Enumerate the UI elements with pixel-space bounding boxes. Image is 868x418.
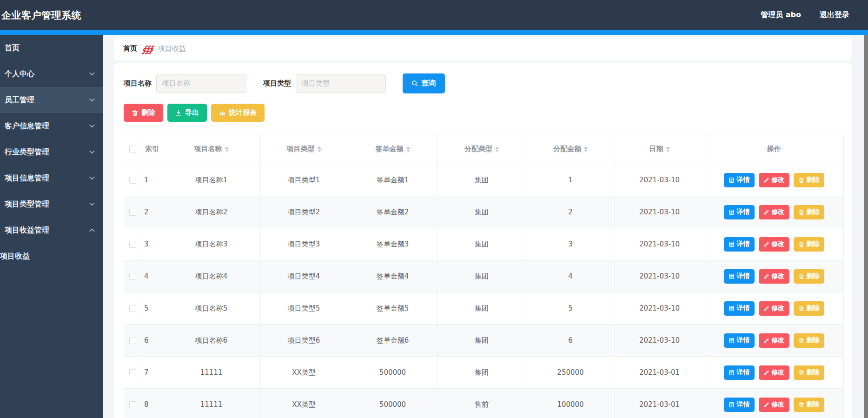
toolbar-download-button[interactable]: 导出 — [167, 104, 207, 122]
row-edit-button[interactable]: 修改 — [759, 237, 789, 252]
edit-icon — [763, 241, 769, 247]
cell-date: 2021-03-01 — [615, 357, 704, 389]
trash-icon — [798, 209, 804, 215]
column-header-type[interactable]: 项目类型 — [260, 134, 348, 164]
row-detail-button[interactable]: 详情 — [724, 365, 755, 380]
row-edit-button[interactable]: 修改 — [759, 269, 789, 284]
row-delete-button[interactable]: 删除 — [794, 398, 824, 412]
cell-alloc_type: 集团 — [437, 325, 526, 357]
column-header-index: 索引 — [141, 134, 163, 164]
chevron-down-icon — [89, 72, 95, 76]
sort-carets-icon[interactable] — [318, 146, 321, 152]
row-edit-button[interactable]: 修改 — [759, 333, 789, 348]
row-detail-button[interactable]: 详情 — [724, 269, 755, 284]
row-delete-button[interactable]: 删除 — [794, 237, 824, 252]
cell-name: 项目名称4 — [163, 260, 260, 292]
cell-amount: 签单金额1 — [348, 164, 437, 196]
table-row: 1项目名称1项目类型1签单金额1集团12021-03-10详情修改删除 — [124, 164, 844, 196]
row-edit-button[interactable]: 修改 — [759, 398, 789, 412]
row-delete-button[interactable]: 删除 — [794, 365, 824, 380]
sidebar-item-label: 员工管理 — [5, 95, 34, 105]
cell-type: 项目类型4 — [260, 260, 348, 292]
sidebar-item-6[interactable]: 项目类型管理 — [0, 191, 103, 217]
sidebar-item-8[interactable]: 项目收益 — [0, 243, 103, 269]
sort-carets-icon[interactable] — [406, 146, 410, 152]
row-detail-button[interactable]: 详情 — [724, 398, 755, 412]
current-user[interactable]: 管理员 abo — [761, 10, 801, 20]
row-detail-button[interactable]: 详情 — [724, 173, 755, 187]
toolbar-chart-button[interactable]: 统计报表 — [211, 104, 265, 122]
sidebar-item-label: 个人中心 — [5, 69, 34, 79]
cell-index: 4 — [141, 260, 163, 292]
column-header-name[interactable]: 项目名称 — [163, 134, 260, 164]
edit-icon — [763, 305, 769, 312]
row-checkbox[interactable] — [129, 337, 136, 344]
logout-link[interactable]: 退出登录 — [820, 10, 849, 20]
search-button[interactable]: 查询 — [403, 73, 445, 93]
cell-type: 项目类型6 — [260, 325, 348, 357]
column-header-alloc_amount[interactable]: 分配金额 — [526, 134, 615, 164]
row-checkbox[interactable] — [129, 241, 136, 248]
row-detail-button[interactable]: 详情 — [724, 301, 755, 316]
sidebar-item-4[interactable]: 行业类型管理 — [0, 139, 103, 165]
toolbar-trash-button[interactable]: 删除 — [124, 104, 163, 122]
row-delete-button[interactable]: 删除 — [794, 301, 824, 316]
cell-type: 项目类型5 — [260, 292, 348, 325]
sidebar-item-0[interactable]: 首页 — [0, 35, 103, 61]
cell-amount: 500000 — [348, 389, 437, 418]
sort-carets-icon[interactable] — [225, 146, 229, 152]
row-edit-button[interactable]: 修改 — [759, 301, 789, 316]
cell-date: 2021-03-10 — [615, 164, 704, 196]
cell-amount: 500000 — [348, 357, 437, 389]
row-detail-button[interactable]: 详情 — [724, 205, 755, 219]
column-header-date[interactable]: 日期 — [615, 134, 704, 164]
row-checkbox[interactable] — [129, 369, 136, 376]
select-all-checkbox[interactable] — [129, 146, 136, 153]
row-detail-button[interactable]: 详情 — [724, 333, 755, 348]
doc-icon — [729, 370, 735, 376]
edit-icon — [763, 209, 769, 215]
sort-carets-icon[interactable] — [666, 146, 670, 152]
cell-date: 2021-03-10 — [615, 292, 704, 325]
column-header-ops: 操作 — [704, 134, 844, 164]
row-detail-button[interactable]: 详情 — [724, 237, 755, 252]
sidebar-item-2[interactable]: 员工管理 — [0, 87, 103, 113]
project-type-input[interactable] — [296, 74, 386, 93]
row-checkbox[interactable] — [129, 401, 136, 408]
row-delete-button[interactable]: 删除 — [794, 205, 824, 219]
row-checkbox[interactable] — [129, 177, 136, 184]
sidebar-item-label: 项目信息管理 — [5, 173, 49, 183]
project-name-input[interactable] — [156, 74, 246, 93]
cell-index: 1 — [141, 164, 163, 196]
sidebar-item-7[interactable]: 项目收益管理 — [0, 217, 103, 243]
table-row: 6项目名称6项目类型6签单金额6集团62021-03-10详情修改删除 — [124, 325, 844, 357]
column-header-alloc_type[interactable]: 分配类型 — [437, 134, 526, 164]
sidebar-item-label: 项目类型管理 — [5, 199, 49, 209]
app-title: 企业客户管理系统 — [1, 9, 81, 22]
row-edit-button[interactable]: 修改 — [759, 173, 789, 187]
cell-date: 2021-03-10 — [615, 260, 704, 292]
row-checkbox[interactable] — [129, 305, 136, 312]
row-edit-button[interactable]: 修改 — [759, 205, 789, 219]
column-header-amount[interactable]: 签单金额 — [348, 134, 437, 164]
row-edit-button[interactable]: 修改 — [759, 365, 789, 380]
doc-icon — [729, 209, 735, 215]
cell-alloc_type: 集团 — [437, 228, 526, 260]
trash-icon — [798, 273, 804, 279]
breadcrumb-home[interactable]: 首页 — [123, 44, 137, 53]
main-content: 首页 ∰ 项目收益 项目名称 项目类型 查询 删除导出统计报表 — [103, 35, 868, 418]
row-delete-button[interactable]: 删除 — [794, 173, 824, 187]
row-checkbox[interactable] — [129, 209, 136, 216]
sort-carets-icon[interactable] — [495, 146, 499, 152]
cell-name: 项目名称6 — [163, 325, 260, 357]
page-scrollbar[interactable] — [864, 35, 868, 418]
sidebar-item-1[interactable]: 个人中心 — [0, 61, 103, 87]
cell-name: 项目名称2 — [163, 196, 260, 228]
sidebar-item-5[interactable]: 项目信息管理 — [0, 165, 103, 191]
row-delete-button[interactable]: 删除 — [794, 269, 824, 284]
table-row: 3项目名称3项目类型3签单金额3集团32021-03-10详情修改删除 — [124, 228, 844, 260]
row-checkbox[interactable] — [129, 273, 136, 280]
sidebar-item-3[interactable]: 客户信息管理 — [0, 113, 103, 139]
row-delete-button[interactable]: 删除 — [794, 333, 824, 348]
sort-carets-icon[interactable] — [584, 146, 588, 152]
